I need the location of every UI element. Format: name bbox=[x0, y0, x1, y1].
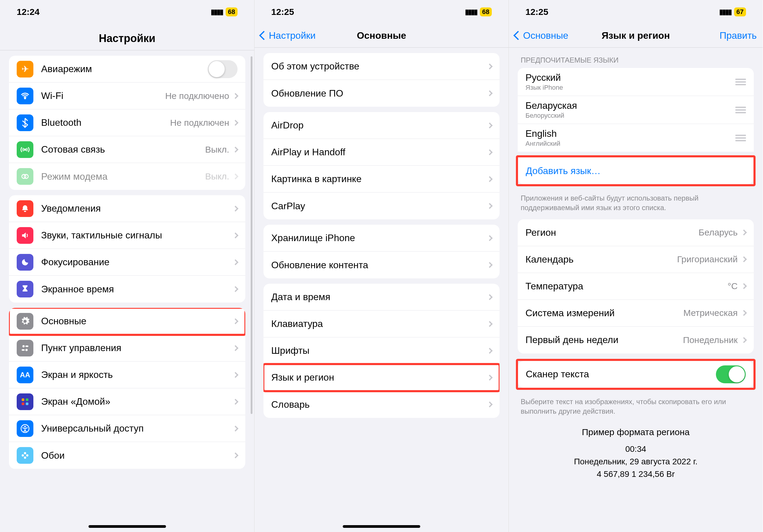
row-keyboard[interactable]: Клавиатура bbox=[264, 311, 499, 337]
reorder-handle-icon[interactable] bbox=[735, 79, 746, 85]
row-airplay[interactable]: AirPlay и Handoff bbox=[264, 139, 499, 166]
svg-point-17 bbox=[24, 457, 26, 459]
chevron-right-icon bbox=[233, 120, 239, 126]
chevron-right-icon bbox=[487, 374, 493, 380]
scrollbar[interactable] bbox=[251, 56, 253, 414]
row-bg-refresh[interactable]: Обновление контента bbox=[264, 252, 499, 278]
label: Регион bbox=[525, 227, 699, 238]
nav-back[interactable]: Настройки bbox=[261, 30, 316, 41]
row-home-screen[interactable]: Экран «Домой» bbox=[9, 388, 245, 415]
page-title: Основные bbox=[357, 30, 406, 41]
row-cellular[interactable]: Сотовая связь Выкл. bbox=[9, 136, 245, 163]
section-header-languages: ПРЕДПОЧИТАЕМЫЕ ЯЗЫКИ bbox=[509, 48, 763, 68]
group-languages: Русский Язык iPhone Беларуская Белорусск… bbox=[518, 68, 754, 152]
row-language[interactable]: Беларуская Белорусский bbox=[518, 96, 754, 124]
chevron-right-icon bbox=[487, 321, 493, 327]
group-storage: Хранилище iPhone Обновление контента bbox=[264, 225, 499, 278]
row-airplane[interactable]: ✈ Авиарежим bbox=[9, 56, 245, 82]
reorder-handle-icon[interactable] bbox=[735, 107, 746, 113]
row-sounds[interactable]: Звуки, тактильные сигналы bbox=[9, 222, 245, 249]
label: Пункт управления bbox=[41, 343, 233, 354]
row-focus[interactable]: Фокусирование bbox=[9, 249, 245, 276]
chevron-right-icon bbox=[487, 294, 493, 300]
row-storage[interactable]: Хранилище iPhone bbox=[264, 225, 499, 252]
row-pip[interactable]: Картинка в картинке bbox=[264, 166, 499, 192]
reorder-handle-icon[interactable] bbox=[735, 135, 746, 141]
chevron-right-icon bbox=[487, 149, 493, 155]
battery-badge: 67 bbox=[734, 7, 746, 16]
detail: Не подключено bbox=[165, 91, 229, 101]
chevron-right-icon bbox=[233, 173, 239, 179]
label: Клавиатура bbox=[271, 318, 488, 329]
chevron-right-icon bbox=[487, 348, 493, 354]
edit-button[interactable]: Править bbox=[719, 30, 757, 41]
svg-point-0 bbox=[25, 97, 26, 99]
row-language[interactable]: English Английский bbox=[518, 124, 754, 152]
row-add-language[interactable]: Добавить язык… bbox=[518, 158, 753, 184]
example-title: Пример формата региона bbox=[521, 425, 751, 439]
airplane-switch[interactable] bbox=[208, 60, 238, 78]
bell-icon bbox=[17, 200, 33, 217]
label: Календарь bbox=[525, 254, 677, 265]
section-footer-livetext: Выберите текст на изображениях, чтобы ск… bbox=[509, 393, 763, 418]
row-accessibility[interactable]: Универсальный доступ bbox=[9, 415, 245, 442]
row-language[interactable]: Русский Язык iPhone bbox=[518, 68, 754, 96]
svg-point-6 bbox=[25, 349, 28, 351]
lang-sub: Английский bbox=[525, 140, 731, 148]
svg-rect-7 bbox=[22, 349, 25, 351]
detail: Выкл. bbox=[205, 145, 229, 155]
chevron-right-icon bbox=[741, 337, 747, 343]
svg-point-14 bbox=[24, 452, 26, 455]
cellular-icon bbox=[17, 141, 33, 158]
signal-icon: ▮▮▮▮ bbox=[465, 8, 477, 16]
label: Обновление контента bbox=[271, 260, 488, 270]
row-first-weekday[interactable]: Первый день недели Понедельник bbox=[518, 327, 754, 354]
row-about[interactable]: Об этом устройстве bbox=[264, 53, 499, 80]
row-region[interactable]: Регион Беларусь bbox=[518, 219, 754, 246]
nav-back[interactable]: Основные bbox=[515, 30, 568, 41]
row-control-center[interactable]: Пункт управления bbox=[9, 335, 245, 362]
sliders-icon bbox=[17, 340, 33, 357]
status-time: 12:25 bbox=[525, 7, 548, 17]
live-text-switch[interactable] bbox=[716, 366, 746, 383]
speaker-icon bbox=[17, 227, 33, 244]
row-screentime[interactable]: Экранное время bbox=[9, 276, 245, 302]
row-wallpaper[interactable]: Обои bbox=[9, 442, 245, 469]
row-carplay[interactable]: CarPlay bbox=[264, 192, 499, 219]
detail: °C bbox=[727, 281, 738, 291]
row-airdrop[interactable]: AirDrop bbox=[264, 112, 499, 139]
label: Авиарежим bbox=[41, 63, 208, 74]
phone-settings: 12:24 ▮▮▮▮ 68 Настройки ✈ Авиарежим Wi-F… bbox=[0, 0, 254, 532]
row-temperature[interactable]: Температура °C bbox=[518, 273, 754, 300]
row-bluetooth[interactable]: Bluetooth Не подключен bbox=[9, 109, 245, 136]
row-dictionary[interactable]: Словарь bbox=[264, 391, 499, 418]
chevron-right-icon bbox=[487, 63, 493, 69]
row-general[interactable]: Основные bbox=[9, 308, 245, 335]
row-datetime[interactable]: Дата и время bbox=[264, 284, 499, 311]
chevron-right-icon bbox=[487, 176, 493, 182]
svg-rect-10 bbox=[22, 402, 25, 405]
chevron-right-icon bbox=[741, 256, 747, 262]
row-hotspot[interactable]: Режим модема Выкл. bbox=[9, 163, 245, 190]
svg-rect-5 bbox=[25, 346, 28, 347]
row-software-update[interactable]: Обновление ПО bbox=[264, 80, 499, 107]
status-bar: 12:25 ▮▮▮▮ 67 bbox=[509, 0, 763, 24]
row-display[interactable]: AA Экран и яркость bbox=[9, 362, 245, 388]
label: AirDrop bbox=[271, 120, 488, 131]
detail: Выкл. bbox=[205, 171, 229, 181]
chevron-right-icon bbox=[233, 372, 239, 378]
nav-back-label: Основные bbox=[523, 30, 568, 41]
row-measurement[interactable]: Система измерений Метрическая bbox=[518, 300, 754, 327]
home-indicator[interactable] bbox=[343, 525, 420, 528]
row-wifi[interactable]: Wi-Fi Не подключено bbox=[9, 82, 245, 109]
group-notifications: Уведомления Звуки, тактильные сигналы Фо… bbox=[9, 195, 245, 302]
row-calendar[interactable]: Календарь Григорианский bbox=[518, 246, 754, 273]
row-live-text[interactable]: Сканер текста bbox=[518, 361, 753, 388]
chevron-left-icon bbox=[261, 30, 269, 41]
row-fonts[interactable]: Шрифты bbox=[264, 337, 499, 364]
row-language-region[interactable]: Язык и регион bbox=[264, 364, 499, 391]
home-indicator[interactable] bbox=[88, 525, 166, 528]
row-notifications[interactable]: Уведомления bbox=[9, 195, 245, 222]
label: Сотовая связь bbox=[41, 144, 205, 155]
nav-bar: Основные Язык и регион Править bbox=[509, 24, 763, 48]
